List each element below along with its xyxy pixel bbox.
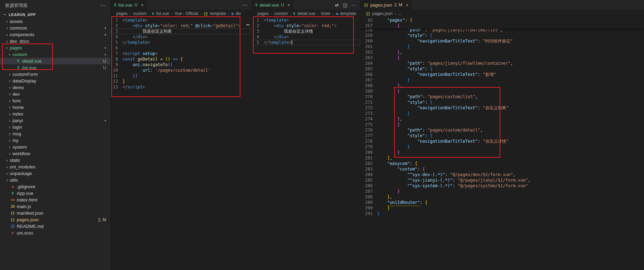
modified-dot-icon: ●: [104, 46, 106, 49]
chevron-right-icon: ›: [149, 11, 150, 16]
more-actions-icon[interactable]: ⋯: [243, 2, 247, 8]
breadcrumb-item[interactable]: pages.json: [372, 11, 392, 16]
tab-list.vue[interactable]: Vlist.vueU×: [111, 0, 147, 10]
breadcrumb-item[interactable]: detail.vue: [297, 11, 315, 16]
tree-folder-assets[interactable]: ›assets: [0, 18, 110, 25]
code-area[interactable]: 1<template>2 <div style="color: red;">3 …: [252, 17, 360, 270]
tree-file-uni.scss[interactable]: ⚙uni.scss: [0, 230, 110, 236]
breadcrumb-item[interactable]: custom: [133, 11, 146, 16]
braces-icon: {}: [366, 12, 370, 16]
views-more-actions-icon[interactable]: ⋯: [100, 2, 105, 9]
tree-item-label: my: [13, 138, 18, 143]
tree-folder-unpackage[interactable]: ›unpackage: [0, 170, 110, 177]
vue-icon: V: [293, 12, 295, 16]
tree-folder-func[interactable]: ›func: [0, 97, 110, 104]
tree-folder-custom[interactable]: ›custom●: [0, 51, 110, 58]
tree-folder-dataDisplay[interactable]: ›dataDisplay: [0, 78, 110, 84]
tree-item-label: login: [13, 125, 22, 130]
code-line: 264 "path": "pages/jianyi/flowTime/conta…: [360, 61, 644, 66]
chevron-right-icon: ›: [7, 125, 13, 130]
tree-folder-home[interactable]: ›home: [0, 104, 110, 111]
chevron-right-icon: ›: [4, 158, 10, 163]
tree-folder-uni_modules[interactable]: ›uni_modules: [0, 164, 110, 170]
tree-folder-utils[interactable]: ›utils: [0, 177, 110, 183]
tree-folder-jianyi[interactable]: ›jianyi●: [0, 117, 110, 124]
code-line: 269 {: [360, 88, 644, 94]
tree-folder-login[interactable]: ›login: [0, 124, 110, 130]
workspace-section-header[interactable]: › LEARUN_APP: [0, 11, 110, 18]
tree-file-index.html[interactable]: <>index.html: [0, 197, 110, 203]
code-text: }: [377, 144, 410, 150]
close-icon[interactable]: ×: [406, 2, 408, 8]
chevron-right-icon: ›: [228, 11, 230, 16]
code-line: 257 {: [360, 23, 644, 29]
code-area[interactable]: 1<template>2 <div style="color: red;" @c…: [111, 17, 252, 270]
html-file-icon: <>: [10, 198, 16, 202]
breadcrumb-item[interactable]: custom: [274, 11, 288, 16]
tree-file-detail.vue[interactable]: Vdetail.vueU: [0, 58, 110, 64]
tab-pages.json[interactable]: {}pages.json2, M×: [360, 0, 412, 10]
tree-file-main.js[interactable]: JSmain.js: [0, 203, 110, 210]
tree-folder-customForm[interactable]: ›customForm: [0, 71, 110, 78]
code-text: 我是自定义详情: [264, 29, 313, 34]
tree-file-pages.json[interactable]: {}pages.json2, M: [0, 216, 110, 223]
tree-folder-components[interactable]: ›components●: [0, 31, 110, 38]
breadcrumb-item[interactable]: Vue - Official: [175, 11, 198, 16]
code-text: "^sys-system-(.*)": "@/pages/system/$1/f…: [377, 183, 528, 189]
code-line: 6: [111, 45, 252, 51]
breadcrumb-item[interactable]: pages: [257, 11, 269, 16]
code-text: "navigationBarTitleText": "新增": [377, 72, 496, 77]
tab-detail.vue[interactable]: Vdetail.vueU×: [252, 0, 294, 10]
tree-file-.gitignore[interactable]: ◆.gitignore: [0, 183, 110, 190]
breadcrumb-item[interactable]: ...: [398, 11, 401, 16]
tree-item-label: dev: [13, 92, 20, 97]
file-tree: ›assets›common●›components●›dev_docs›pag…: [0, 18, 110, 270]
tree-folder-static[interactable]: ›static: [0, 157, 110, 164]
more-actions-icon[interactable]: ⋯: [351, 2, 356, 8]
split-editor-icon[interactable]: ◫: [343, 2, 347, 8]
tree-file-App.vue[interactable]: VApp.vue: [0, 190, 110, 197]
breadcrumb-item[interactable]: div: [236, 11, 241, 16]
code-area[interactable]: 42 "pages": [257 {258 "path" : "pages/ji…: [360, 17, 644, 270]
tree-item-label: .gitignore: [17, 184, 35, 189]
tree-folder-my[interactable]: ›my: [0, 137, 110, 144]
breadcrumb-item[interactable]: pages: [116, 11, 128, 16]
tree-folder-demo[interactable]: ›demo: [0, 84, 110, 91]
line-number: 286: [360, 183, 377, 189]
code-text: const goDetail = () => {: [122, 56, 183, 62]
close-icon[interactable]: ×: [141, 2, 144, 8]
breadcrumb-item[interactable]: template: [210, 11, 226, 16]
code-text: }: [122, 79, 125, 84]
breadcrumb-item[interactable]: Vuter: [321, 11, 331, 16]
tree-file-list.vue[interactable]: Vlist.vueU: [0, 64, 110, 71]
tree-folder-index[interactable]: ›index: [0, 111, 110, 117]
tree-folder-dev[interactable]: ›dev: [0, 91, 110, 97]
text-cursor: [292, 40, 292, 45]
code-line: 281 ],: [360, 155, 644, 161]
breadcrumb-item[interactable]: list.vue: [156, 11, 169, 16]
open-changes-icon[interactable]: ⇄: [335, 2, 339, 8]
code-line: 266 "navigationBarTitleText": "新增": [360, 72, 644, 77]
code-line: 282 "easycom": {: [360, 161, 644, 166]
tree-folder-system[interactable]: ›system: [0, 144, 110, 150]
md-file-icon: ⓘ: [10, 224, 16, 229]
tree-folder-workflow[interactable]: ›workflow: [0, 150, 110, 157]
chevron-right-icon: ›: [7, 138, 13, 143]
tree-folder-common[interactable]: ›common●: [0, 25, 110, 31]
modified-dot-icon: ●: [104, 33, 106, 36]
close-icon[interactable]: ×: [287, 2, 290, 8]
line-number: 9: [111, 62, 122, 68]
chevron-right-icon: ›: [333, 11, 334, 16]
tree-folder-msg[interactable]: ›msg: [0, 130, 110, 137]
tree-folder-dev_docs[interactable]: ›dev_docs: [0, 38, 110, 45]
code-text: },: [377, 49, 402, 55]
symbol-icon: ⊘: [231, 12, 233, 16]
tree-folder-pages[interactable]: ›pages●: [0, 45, 110, 51]
line-number: 285: [360, 177, 377, 183]
tree-file-manifest.json[interactable]: {}manifest.json: [0, 210, 110, 216]
symbol-icon: ⊘: [336, 12, 338, 16]
code-line: 268 },: [360, 83, 644, 88]
tree-file-README.md[interactable]: ⓘREADME.md: [0, 223, 110, 230]
breadcrumb-item[interactable]: template: [340, 11, 356, 16]
code-line: 290 }: [360, 205, 644, 211]
